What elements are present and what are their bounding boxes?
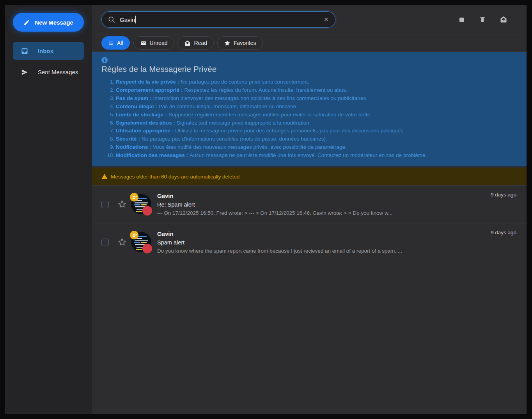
user-badge-icon xyxy=(130,231,138,239)
retention-notice-text: Messages older than 60 days are automati… xyxy=(111,174,239,180)
message-preview: Do you know where the spam report came f… xyxy=(157,248,402,254)
mark-read-button[interactable] xyxy=(498,14,509,25)
sidebar-item-label: Inbox xyxy=(38,48,53,54)
filter-label: Read xyxy=(194,40,207,46)
rule-item: Signalement des abus :Signalez tout mess… xyxy=(116,119,517,127)
rule-item: Notifications :Vous êtes notifié des nou… xyxy=(116,143,517,152)
rule-item: Modification des messages :Aucun message… xyxy=(116,152,517,160)
open-envelope-icon xyxy=(184,40,191,46)
message-list: Gavin Re: Spam alert --- On 17/12/2025 1… xyxy=(92,185,527,261)
user-badge-icon xyxy=(130,193,138,201)
message-sender: Gavin xyxy=(157,230,402,237)
filter-unread[interactable]: Unread xyxy=(133,36,174,50)
toolbar-actions xyxy=(456,14,517,25)
envelope-icon xyxy=(140,40,147,46)
message-subject: Spam alert xyxy=(157,239,402,246)
delete-button[interactable] xyxy=(477,14,488,25)
inbox-icon xyxy=(21,47,28,55)
filter-label: Favorites xyxy=(234,40,256,46)
retention-notice: Messages older than 60 days are automati… xyxy=(92,168,527,185)
warning-icon xyxy=(101,173,108,180)
message-time: 9 days ago xyxy=(491,192,516,198)
filter-favorites[interactable]: Favorites xyxy=(217,36,263,50)
message-content: Gavin Spam alert Do you know where the s… xyxy=(157,230,449,254)
filter-read[interactable]: Read xyxy=(177,36,213,50)
paper-plane-icon xyxy=(21,68,28,76)
message-checkbox[interactable] xyxy=(101,201,109,208)
text-caret xyxy=(135,16,136,23)
pencil-icon xyxy=(23,19,30,26)
red-status-dot xyxy=(142,206,152,216)
rule-item: Utilisation appropriée :Utilisez la mess… xyxy=(116,127,517,135)
rule-item: Contenu illégal :Pas de contenu illégal,… xyxy=(116,103,517,111)
star-outline-icon xyxy=(117,200,127,209)
avatar xyxy=(131,232,151,252)
message-checkbox[interactable] xyxy=(101,239,109,246)
rule-item: Sécurité :Ne partagez pas d'informations… xyxy=(116,135,517,143)
filter-all[interactable]: All xyxy=(101,36,130,50)
app-window: New Message Inbox Sent Messages xyxy=(5,5,527,414)
favorite-star-button[interactable] xyxy=(117,200,127,209)
select-all-button[interactable] xyxy=(456,14,466,25)
message-subject: Re: Spam alert xyxy=(157,201,392,208)
message-time: 9 days ago xyxy=(491,230,516,235)
filter-label: All xyxy=(117,40,123,46)
search-input[interactable] xyxy=(101,11,335,28)
rules-list: Respect de la vie privée :Ne partagez pa… xyxy=(101,78,517,160)
avatar xyxy=(131,194,151,214)
sidebar-item-sent-messages[interactable]: Sent Messages xyxy=(13,63,84,81)
sidebar-item-inbox[interactable]: Inbox xyxy=(13,42,84,60)
rule-item: Respect de la vie privée :Ne partagez pa… xyxy=(116,78,517,86)
sidebar-nav: Inbox Sent Messages xyxy=(13,42,84,81)
rule-item: Pas de spam :Interdiction d'envoyer des … xyxy=(116,94,517,103)
new-message-button[interactable]: New Message xyxy=(13,13,84,32)
info-icon: i xyxy=(101,57,108,63)
message-row[interactable]: Gavin Spam alert Do you know where the s… xyxy=(92,223,527,261)
open-envelope-icon xyxy=(500,16,507,23)
message-content: Gavin Re: Spam alert --- On 17/12/2025 1… xyxy=(157,193,439,216)
rules-title: Règles de la Messagerie Privée xyxy=(101,64,517,74)
main-panel: × xyxy=(92,5,527,414)
sidebar: New Message Inbox Sent Messages xyxy=(5,5,92,414)
star-outline-icon xyxy=(117,237,127,247)
rule-item: Comportement approprié :Respectez les rè… xyxy=(116,86,517,94)
list-icon xyxy=(108,40,114,46)
sidebar-item-label: Sent Messages xyxy=(38,69,78,75)
clear-search-button[interactable]: × xyxy=(321,14,332,25)
filter-label: Unread xyxy=(150,40,168,46)
filter-bar: All Unread Read Favorites xyxy=(92,34,527,52)
new-message-label: New Message xyxy=(35,19,73,26)
red-status-dot xyxy=(142,244,152,253)
trash-icon xyxy=(479,16,486,23)
search-box: × xyxy=(101,11,335,28)
favorite-star-button[interactable] xyxy=(117,237,127,247)
topbar: × xyxy=(92,5,527,34)
rule-item: Limite de stockage :Supprimez régulièrem… xyxy=(116,111,517,119)
message-sender: Gavin xyxy=(157,193,392,199)
message-preview: --- On 17/12/2025 16:50, Fred wrote: > -… xyxy=(157,210,392,216)
star-icon xyxy=(224,40,231,46)
message-row[interactable]: Gavin Re: Spam alert --- On 17/12/2025 1… xyxy=(92,185,527,223)
square-icon xyxy=(458,16,465,23)
rules-panel: i Règles de la Messagerie Privée Respect… xyxy=(92,52,527,166)
